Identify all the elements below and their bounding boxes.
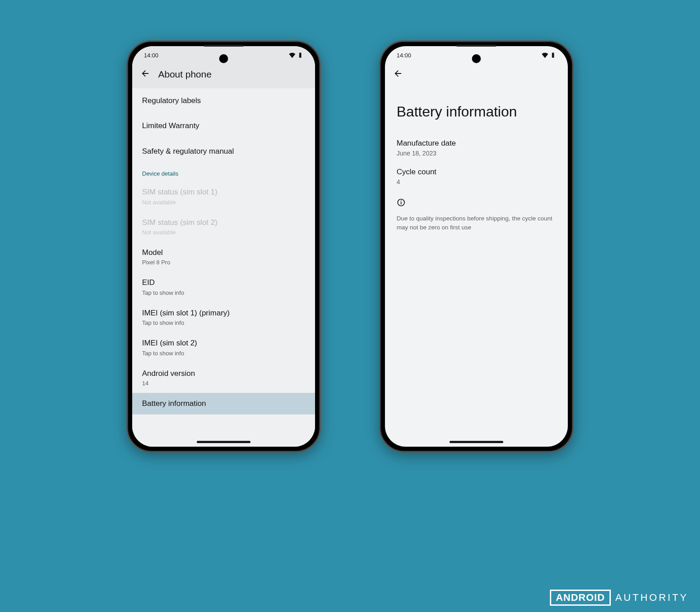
info-icon-row <box>385 191 568 211</box>
battery-icon <box>550 52 556 58</box>
info-cycle-count[interactable]: Cycle count 4 <box>385 162 568 191</box>
info-manufacture-date[interactable]: Manufacture date June 18, 2023 <box>385 134 568 162</box>
status-icons <box>542 52 556 58</box>
svg-rect-2 <box>401 200 402 201</box>
appbar-container: 14:00 About phone <box>132 46 315 88</box>
gesture-nav-bar[interactable] <box>197 441 251 443</box>
item-label: IMEI (sim slot 1) (primary) <box>142 309 305 318</box>
wifi-icon <box>542 52 548 58</box>
item-label: Regulatory labels <box>142 96 305 105</box>
item-regulatory-labels[interactable]: Regulatory labels <box>132 88 315 113</box>
page-title: Battery information <box>385 83 568 134</box>
section-device-details: Device details <box>132 164 315 181</box>
phone-screen-left: 14:00 About phone Regulatory labels Limi… <box>132 46 315 447</box>
item-label: IMEI (sim slot 2) <box>142 339 305 348</box>
item-label: Battery information <box>142 399 305 408</box>
status-time: 14:00 <box>144 52 159 59</box>
status-time: 14:00 <box>397 52 411 59</box>
app-bar: About phone <box>132 64 315 88</box>
app-bar <box>385 64 568 83</box>
settings-list[interactable]: Regulatory labels Limited Warranty Safet… <box>132 88 315 447</box>
gesture-nav-bar[interactable] <box>449 441 503 443</box>
item-battery-information[interactable]: Battery information <box>132 393 315 414</box>
camera-punchhole <box>219 54 228 63</box>
info-icon <box>397 198 406 207</box>
item-safety-manual[interactable]: Safety & regulatory manual <box>132 139 315 164</box>
item-label: EID <box>142 278 305 287</box>
item-label: Limited Warranty <box>142 121 305 130</box>
item-sub: 14 <box>142 380 305 387</box>
item-imei-2[interactable]: IMEI (sim slot 2) Tap to show info <box>132 332 315 362</box>
item-label: SIM status (sim slot 1) <box>142 188 305 197</box>
camera-punchhole <box>472 54 481 63</box>
item-label: SIM status (sim slot 2) <box>142 218 305 227</box>
watermark-boxed: ANDROID <box>550 590 611 606</box>
item-eid[interactable]: EID Tap to show info <box>132 272 315 302</box>
watermark: ANDROID AUTHORITY <box>550 590 688 606</box>
item-model[interactable]: Model Pixel 8 Pro <box>132 242 315 272</box>
phone-frame-right: 14:00 Battery information Manufacture da… <box>379 40 574 453</box>
item-sub: Not available <box>142 229 305 236</box>
item-label: Android version <box>142 369 305 378</box>
item-sim-status-1[interactable]: SIM status (sim slot 1) Not available <box>132 181 315 211</box>
watermark-plain: AUTHORITY <box>615 592 688 603</box>
svg-rect-1 <box>401 202 402 204</box>
arrow-back-icon <box>140 69 150 78</box>
back-button[interactable] <box>393 69 403 80</box>
arrow-back-icon <box>393 69 403 78</box>
item-label: Safety & regulatory manual <box>142 147 305 156</box>
page-title: About phone <box>158 69 212 80</box>
item-sub: Not available <box>142 199 305 206</box>
info-note: Due to quality inspections before shippi… <box>385 211 568 234</box>
item-limited-warranty[interactable]: Limited Warranty <box>132 113 315 138</box>
back-button[interactable] <box>140 69 150 80</box>
status-icons <box>289 52 303 58</box>
battery-icon <box>297 52 303 58</box>
info-value: 4 <box>397 178 556 185</box>
info-label: Cycle count <box>397 168 556 177</box>
battery-info-content: Battery information Manufacture date Jun… <box>385 83 568 447</box>
info-value: June 18, 2023 <box>397 150 556 157</box>
phone-frame-left: 14:00 About phone Regulatory labels Limi… <box>126 40 321 453</box>
item-android-version[interactable]: Android version 14 <box>132 363 315 393</box>
info-label: Manufacture date <box>397 139 556 148</box>
item-label: Model <box>142 248 305 257</box>
item-sub: Tap to show info <box>142 319 305 326</box>
item-sub: Tap to show info <box>142 289 305 296</box>
item-imei-1[interactable]: IMEI (sim slot 1) (primary) Tap to show … <box>132 302 315 332</box>
item-sim-status-2[interactable]: SIM status (sim slot 2) Not available <box>132 212 315 242</box>
phone-screen-right: 14:00 Battery information Manufacture da… <box>385 46 568 447</box>
item-sub: Tap to show info <box>142 350 305 357</box>
item-sub: Pixel 8 Pro <box>142 259 305 266</box>
wifi-icon <box>289 52 295 58</box>
